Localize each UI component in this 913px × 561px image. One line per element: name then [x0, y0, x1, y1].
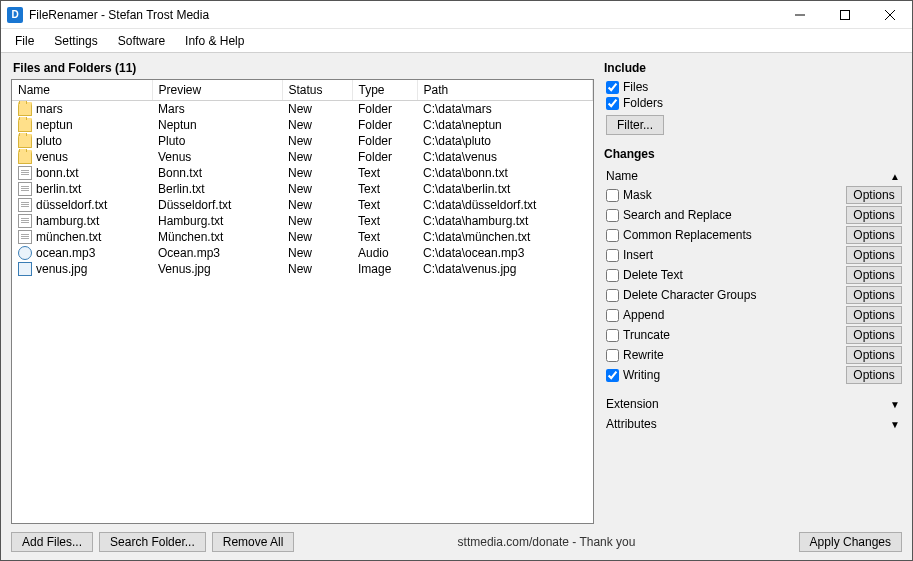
table-row[interactable]: ocean.mp3Ocean.mp3NewAudioC:\data\ocean.…: [12, 245, 593, 261]
change-label[interactable]: Delete Text: [623, 268, 683, 282]
change-checkbox-append[interactable]: [606, 309, 619, 322]
files-table: Name Preview Status Type Path marsMarsNe…: [12, 80, 593, 277]
change-label[interactable]: Mask: [623, 188, 652, 202]
group-extension-header[interactable]: Extension ▼: [602, 393, 902, 413]
add-files-button[interactable]: Add Files...: [11, 532, 93, 552]
group-name-header[interactable]: Name ▲: [602, 165, 902, 185]
change-checkbox-writing[interactable]: [606, 369, 619, 382]
options-button[interactable]: Options: [846, 266, 902, 284]
table-row[interactable]: neptunNeptunNewFolderC:\data\neptun: [12, 117, 593, 133]
options-pane: Include Files Folders Filter... Changes …: [602, 59, 902, 524]
donate-text: sttmedia.com/donate - Thank you: [300, 535, 792, 549]
options-button[interactable]: Options: [846, 286, 902, 304]
change-checkbox-mask[interactable]: [606, 189, 619, 202]
folder-icon: [18, 150, 32, 164]
table-row[interactable]: venusVenusNewFolderC:\data\venus: [12, 149, 593, 165]
cell-preview: Pluto: [152, 133, 282, 149]
change-label[interactable]: Truncate: [623, 328, 670, 342]
menu-file[interactable]: File: [5, 31, 44, 51]
cell-name: venus.jpg: [36, 262, 87, 276]
include-files-label[interactable]: Files: [623, 80, 648, 94]
menu-settings[interactable]: Settings: [44, 31, 107, 51]
change-label[interactable]: Insert: [623, 248, 653, 262]
collapse-up-icon: ▲: [890, 171, 900, 182]
options-button[interactable]: Options: [846, 326, 902, 344]
cell-status: New: [282, 197, 352, 213]
menu-software[interactable]: Software: [108, 31, 175, 51]
cell-name: neptun: [36, 118, 73, 132]
change-checkbox-common replacements[interactable]: [606, 229, 619, 242]
change-label[interactable]: Delete Character Groups: [623, 288, 756, 302]
table-row[interactable]: marsMarsNewFolderC:\data\mars: [12, 101, 593, 118]
table-row[interactable]: venus.jpgVenus.jpgNewImageC:\data\venus.…: [12, 261, 593, 277]
cell-path: C:\data\pluto: [417, 133, 593, 149]
include-files-row: Files: [602, 79, 902, 95]
filter-button[interactable]: Filter...: [606, 115, 664, 135]
cell-path: C:\data\berlin.txt: [417, 181, 593, 197]
change-label[interactable]: Common Replacements: [623, 228, 752, 242]
svg-line-2: [885, 10, 895, 20]
cell-preview: Mars: [152, 101, 282, 118]
col-preview[interactable]: Preview: [152, 80, 282, 101]
cell-path: C:\data\bonn.txt: [417, 165, 593, 181]
options-button[interactable]: Options: [846, 206, 902, 224]
change-label[interactable]: Writing: [623, 368, 660, 382]
minimize-button[interactable]: [777, 1, 822, 28]
change-checkbox-insert[interactable]: [606, 249, 619, 262]
include-folders-checkbox[interactable]: [606, 97, 619, 110]
cell-type: Folder: [352, 117, 417, 133]
cell-preview: Neptun: [152, 117, 282, 133]
cell-type: Text: [352, 197, 417, 213]
options-button[interactable]: Options: [846, 346, 902, 364]
table-row[interactable]: düsseldorf.txtDüsseldorf.txtNewTextC:\da…: [12, 197, 593, 213]
cell-preview: Hamburg.txt: [152, 213, 282, 229]
cell-preview: Düsseldorf.txt: [152, 197, 282, 213]
table-row[interactable]: plutoPlutoNewFolderC:\data\pluto: [12, 133, 593, 149]
change-checkbox-rewrite[interactable]: [606, 349, 619, 362]
change-checkbox-search and replace[interactable]: [606, 209, 619, 222]
include-files-checkbox[interactable]: [606, 81, 619, 94]
options-button[interactable]: Options: [846, 246, 902, 264]
menu-info-help[interactable]: Info & Help: [175, 31, 254, 51]
cell-name: düsseldorf.txt: [36, 198, 107, 212]
group-attributes-header[interactable]: Attributes ▼: [602, 413, 902, 433]
col-status[interactable]: Status: [282, 80, 352, 101]
cell-name: bonn.txt: [36, 166, 79, 180]
change-label[interactable]: Append: [623, 308, 664, 322]
col-path[interactable]: Path: [417, 80, 593, 101]
table-row[interactable]: bonn.txtBonn.txtNewTextC:\data\bonn.txt: [12, 165, 593, 181]
options-button[interactable]: Options: [846, 186, 902, 204]
options-button[interactable]: Options: [846, 226, 902, 244]
change-checkbox-delete text[interactable]: [606, 269, 619, 282]
apply-changes-button[interactable]: Apply Changes: [799, 532, 902, 552]
cell-type: Text: [352, 229, 417, 245]
include-folders-label[interactable]: Folders: [623, 96, 663, 110]
svg-line-3: [885, 10, 895, 20]
search-folder-button[interactable]: Search Folder...: [99, 532, 206, 552]
change-option-row: RewriteOptions: [602, 345, 902, 365]
cell-name: hamburg.txt: [36, 214, 99, 228]
col-name[interactable]: Name: [12, 80, 152, 101]
cell-preview: Berlin.txt: [152, 181, 282, 197]
files-table-container[interactable]: Name Preview Status Type Path marsMarsNe…: [11, 79, 594, 524]
text-icon: [18, 198, 32, 212]
options-button[interactable]: Options: [846, 306, 902, 324]
maximize-button[interactable]: [822, 1, 867, 28]
folder-icon: [18, 102, 32, 116]
change-checkbox-delete character groups[interactable]: [606, 289, 619, 302]
table-row[interactable]: hamburg.txtHamburg.txtNewTextC:\data\ham…: [12, 213, 593, 229]
cell-name: berlin.txt: [36, 182, 81, 196]
table-row[interactable]: berlin.txtBerlin.txtNewTextC:\data\berli…: [12, 181, 593, 197]
close-button[interactable]: [867, 1, 912, 28]
change-checkbox-truncate[interactable]: [606, 329, 619, 342]
col-type[interactable]: Type: [352, 80, 417, 101]
cell-status: New: [282, 133, 352, 149]
remove-all-button[interactable]: Remove All: [212, 532, 295, 552]
window-buttons: [777, 1, 912, 28]
table-row[interactable]: münchen.txtMünchen.txtNewTextC:\data\mün…: [12, 229, 593, 245]
options-button[interactable]: Options: [846, 366, 902, 384]
change-label[interactable]: Rewrite: [623, 348, 664, 362]
cell-path: C:\data\mars: [417, 101, 593, 118]
cell-preview: Bonn.txt: [152, 165, 282, 181]
change-label[interactable]: Search and Replace: [623, 208, 732, 222]
